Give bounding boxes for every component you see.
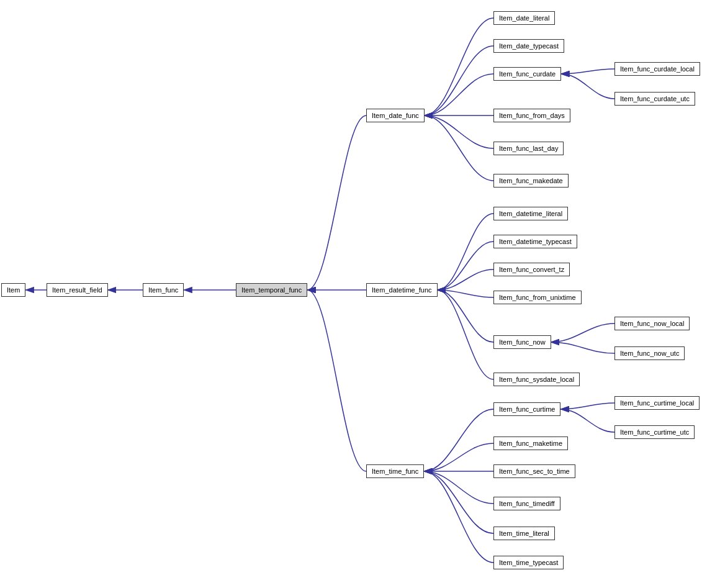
node-Item_func_curdate_utc: Item_func_curdate_utc — [614, 92, 695, 106]
node-Item_func_curtime: Item_func_curtime — [493, 402, 560, 416]
node-Item_func_sec_to_time: Item_func_sec_to_time — [493, 464, 575, 478]
arrows-svg — [0, 0, 720, 588]
node-Item_result_field: Item_result_field — [47, 283, 108, 297]
diagram-container: ItemItem_result_fieldItem_funcItem_tempo… — [0, 0, 720, 588]
node-Item_func_now_utc: Item_func_now_utc — [614, 346, 685, 360]
node-Item_func_curdate: Item_func_curdate — [493, 67, 561, 81]
node-Item_func_from_unixtime: Item_func_from_unixtime — [493, 291, 582, 304]
node-Item_datetime_literal: Item_datetime_literal — [493, 207, 568, 220]
node-Item_func_curdate_local: Item_func_curdate_local — [614, 62, 700, 76]
node-Item_date_literal: Item_date_literal — [493, 11, 555, 25]
node-Item_time_literal: Item_time_literal — [493, 527, 555, 540]
node-Item_func_now_local: Item_func_now_local — [614, 317, 690, 330]
node-Item_func_curtime_local: Item_func_curtime_local — [614, 396, 700, 410]
node-Item_func_sysdate_local: Item_func_sysdate_local — [493, 373, 580, 386]
node-Item_func_last_day: Item_func_last_day — [493, 142, 564, 155]
node-Item_datetime_typecast: Item_datetime_typecast — [493, 235, 577, 248]
node-Item_time_typecast: Item_time_typecast — [493, 556, 564, 569]
node-Item_func_curtime_utc: Item_func_curtime_utc — [614, 425, 695, 439]
node-Item_date_func: Item_date_func — [366, 109, 425, 122]
node-Item_func_now: Item_func_now — [493, 335, 551, 349]
node-Item_func_maketime: Item_func_maketime — [493, 436, 568, 450]
node-Item_datetime_func: Item_datetime_func — [366, 283, 438, 297]
node-Item_func_from_days: Item_func_from_days — [493, 109, 570, 122]
node-Item_func_convert_tz: Item_func_convert_tz — [493, 263, 570, 276]
node-Item_time_func: Item_time_func — [366, 464, 424, 478]
node-Item_date_typecast: Item_date_typecast — [493, 39, 564, 53]
node-Item_func_timediff: Item_func_timediff — [493, 497, 560, 510]
node-Item_func: Item_func — [143, 283, 184, 297]
node-Item_func_makedate: Item_func_makedate — [493, 174, 569, 188]
node-Item_temporal_func: Item_temporal_func — [236, 283, 307, 297]
node-Item: Item — [1, 283, 25, 297]
